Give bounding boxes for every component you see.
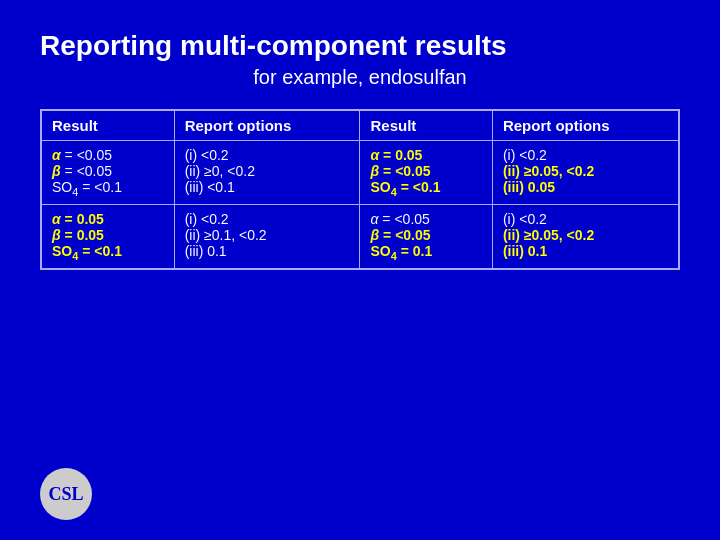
report-iii: (iii) <0.1 [185,179,235,195]
so4-value-3: SO4 = <0.1 [52,243,122,259]
report-cell-1-2: (i) <0.2 (ii) ≥0.05, <0.2 (iii) 0.05 [492,141,679,205]
beta-value-4: = <0.05 [379,227,430,243]
beta-symbol: β [52,163,61,179]
alpha-value-2: = 0.05 [379,147,422,163]
beta-symbol-2: β [370,163,379,179]
beta-value-2: = <0.05 [379,163,430,179]
report-cell-2-1: (i) <0.2 (ii) ≥0.1, <0.2 (iii) 0.1 [174,204,360,268]
alpha-symbol-2: α [370,147,379,163]
report-cell-2-2: (i) <0.2 (ii) ≥0.05, <0.2 (iii) 0.1 [492,204,679,268]
beta-value: = <0.05 [61,163,112,179]
beta-value-3: = 0.05 [61,227,104,243]
beta-symbol-4: β [370,227,379,243]
alpha-value-4: = <0.05 [378,211,429,227]
alpha-value: = <0.05 [61,147,112,163]
result-cell-1-2: α = 0.05 β = <0.05 SO4 = <0.1 [360,141,492,205]
report-i-2: (i) <0.2 [503,147,547,163]
logo-badge: CSL [40,468,92,520]
report-i-3: (i) <0.2 [185,211,229,227]
so4-value-4: SO4 = 0.1 [370,243,432,259]
report-ii: (ii) ≥0, <0.2 [185,163,255,179]
col-header-report2: Report options [492,110,679,141]
report-iii-4: (iii) 0.1 [503,243,547,259]
beta-symbol-3: β [52,227,61,243]
report-ii-4: (ii) ≥0.05, <0.2 [503,227,594,243]
alpha-symbol: α [52,147,61,163]
result-cell-2-2: α = <0.05 β = <0.05 SO4 = 0.1 [360,204,492,268]
result-cell-2-1: α = 0.05 β = 0.05 SO4 = <0.1 [41,204,174,268]
logo-text: CSL [48,484,83,505]
table-row: α = <0.05 β = <0.05 SO4 = <0.1 (i) <0.2 … [41,141,679,205]
report-iii-3: (iii) 0.1 [185,243,227,259]
alpha-value-3: = 0.05 [61,211,104,227]
col-header-result2: Result [360,110,492,141]
report-ii-3: (ii) ≥0.1, <0.2 [185,227,267,243]
report-cell-1-1: (i) <0.2 (ii) ≥0, <0.2 (iii) <0.1 [174,141,360,205]
page-container: Reporting multi-component results for ex… [0,0,720,540]
report-i: (i) <0.2 [185,147,229,163]
page-title: Reporting multi-component results [40,30,680,62]
report-iii-2: (iii) 0.05 [503,179,555,195]
col-header-result1: Result [41,110,174,141]
so4-value-2: SO4 = <0.1 [370,179,440,195]
results-table: Result Report options Result Report opti… [40,109,680,270]
table-row: α = 0.05 β = 0.05 SO4 = <0.1 (i) <0.2 (i… [41,204,679,268]
result-cell-1-1: α = <0.05 β = <0.05 SO4 = <0.1 [41,141,174,205]
col-header-report1: Report options [174,110,360,141]
table-header-row: Result Report options Result Report opti… [41,110,679,141]
report-ii-2: (ii) ≥0.05, <0.2 [503,163,594,179]
page-subtitle: for example, endosulfan [40,66,680,89]
report-i-4: (i) <0.2 [503,211,547,227]
so4-value: SO4 = <0.1 [52,179,122,195]
alpha-symbol-3: α [52,211,61,227]
